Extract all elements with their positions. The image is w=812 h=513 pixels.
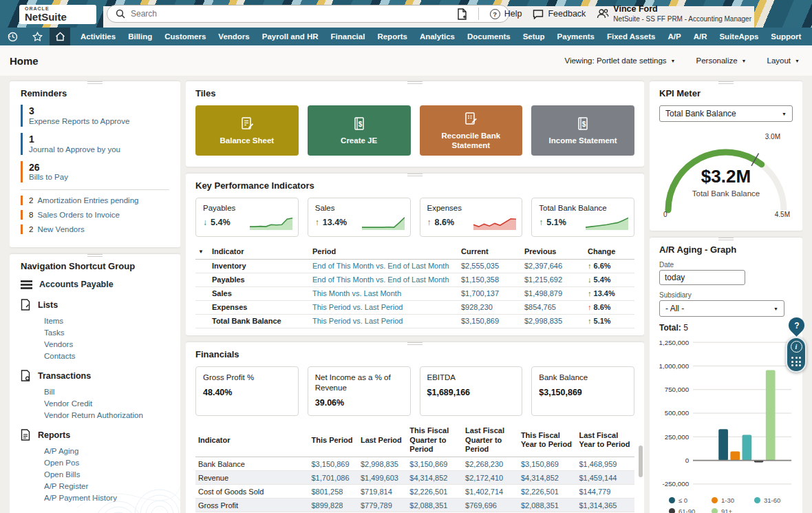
tile-income-statement[interactable]: $ Income Statement: [531, 105, 634, 156]
link-ap-payment-history[interactable]: A/P Payment History: [21, 492, 169, 503]
reminder-label[interactable]: Expense Reports to Approve: [29, 117, 169, 125]
table-row[interactable]: Bank Balance$3,150,869$2,998,835$3,150,8…: [195, 457, 634, 471]
nav-item-vendors[interactable]: Vendors: [212, 32, 255, 41]
viewing-portlet-date-settings[interactable]: Viewing: Portlet date settings ▼: [564, 56, 675, 65]
section-transactions[interactable]: Transactions: [21, 370, 169, 381]
column-header[interactable]: Last Fiscal Quarter to Period: [462, 424, 518, 457]
nav-item-billing[interactable]: Billing: [122, 32, 158, 41]
column-header[interactable]: Previous: [522, 245, 585, 259]
recent-records-button[interactable]: [0, 28, 25, 45]
nav-item-suiteapps[interactable]: SuiteApps: [713, 32, 765, 41]
financial-card-bank-balance[interactable]: Bank Balance $3,150,869: [531, 366, 634, 416]
link-items[interactable]: Items: [21, 315, 169, 326]
help-bubble-button[interactable]: ?: [785, 314, 808, 337]
nav-item-payroll-hr[interactable]: Payroll and HR: [256, 32, 325, 41]
feedback-button[interactable]: Feedback: [533, 9, 586, 19]
column-header[interactable]: Period: [310, 245, 458, 259]
nav-item-reports[interactable]: Reports: [371, 32, 413, 41]
reminder-journal-approve[interactable]: 1 Journal to Approve by you: [21, 133, 169, 155]
apps-grid-icon[interactable]: [791, 357, 801, 366]
global-search[interactable]: [107, 5, 509, 23]
date-input[interactable]: [659, 270, 745, 285]
link-bill[interactable]: Bill: [21, 386, 169, 397]
table-row[interactable]: Gross Profit$899,828$779,789$2,088,351$7…: [195, 499, 634, 512]
info-icon[interactable]: i: [791, 341, 802, 353]
financial-card-ebitda[interactable]: EBITDA $1,689,166: [420, 366, 523, 416]
subsidiary-select[interactable]: - All - ▼: [659, 300, 784, 317]
reminder-bills-to-pay[interactable]: 26 Bills to Pay: [21, 161, 169, 183]
layout-menu[interactable]: Layout ▼: [767, 56, 800, 65]
financial-card-gross-profit-pct[interactable]: Gross Profit % 48.40%: [195, 366, 299, 416]
tile-create-je[interactable]: $ Create JE: [308, 105, 411, 156]
table-scrollbar[interactable]: [639, 446, 643, 477]
column-header[interactable]: Current: [458, 245, 522, 259]
kpi-card-expenses[interactable]: Expenses ↑8.6%: [420, 198, 523, 237]
link-ap-register[interactable]: A/P Register: [21, 480, 169, 492]
accounts-payable-group[interactable]: Accounts Payable: [21, 280, 169, 289]
kpi-meter-select[interactable]: Total Bank Balance ▼: [659, 105, 793, 122]
nav-item-payments[interactable]: Payments: [551, 32, 601, 41]
search-input[interactable]: [131, 9, 500, 19]
link-vendor-return-auth[interactable]: Vendor Return Authorization: [21, 409, 169, 421]
column-header[interactable]: Indicator: [209, 245, 310, 259]
ar-aging-bar-chart[interactable]: 1,250,0001,000,000750,000500,000250,0000…: [659, 335, 794, 492]
column-header[interactable]: This Fiscal Quarter to Period: [407, 424, 462, 457]
nav-item-documents[interactable]: Documents: [461, 32, 517, 41]
column-header[interactable]: Last Fiscal Year to Period: [576, 424, 634, 457]
table-row[interactable]: SalesThis Month vs. Last Month$1,700,137…: [195, 286, 634, 300]
reminder-label[interactable]: Bills to Pay: [29, 173, 169, 181]
column-header[interactable]: Change: [585, 245, 634, 259]
kpi-card-sales[interactable]: Sales ↑13.4%: [308, 198, 411, 237]
reminder-label[interactable]: Sales Orders to Invoice: [37, 211, 120, 219]
table-row[interactable]: Cost of Goods Sold$801,258$719,814$2,226…: [195, 485, 634, 499]
reminder-new-vendors[interactable]: 2New Vendors: [21, 224, 169, 234]
link-vendor-credit[interactable]: Vendor Credit: [21, 397, 169, 409]
nav-item-setup[interactable]: Setup: [517, 32, 551, 41]
table-row[interactable]: Total Bank BalanceThis Period vs. Last P…: [195, 314, 634, 328]
shortcuts-star-button[interactable]: [25, 28, 50, 45]
link-open-bills[interactable]: Open Bills: [21, 468, 169, 480]
reminder-label[interactable]: New Vendors: [37, 225, 84, 233]
reminder-label[interactable]: Journal to Approve by you: [29, 145, 169, 154]
nav-item-ar[interactable]: A/R: [687, 32, 714, 41]
link-tasks[interactable]: Tasks: [21, 326, 169, 338]
kpi-card-payables[interactable]: Payables ↓5.4%: [195, 198, 299, 237]
reminder-amortization-entries[interactable]: 2Amortization Entries pending: [21, 196, 169, 205]
table-row[interactable]: InventoryEnd of This Month vs. End of La…: [195, 259, 634, 273]
link-ap-aging[interactable]: A/P Aging: [21, 445, 169, 457]
user-menu[interactable]: Vince Ford NetSuite - SS FF PRM - Accoun…: [597, 4, 751, 23]
table-row[interactable]: Revenue$1,701,086$1,499,603$4,314,852$2,…: [195, 471, 634, 485]
column-header[interactable]: This Fiscal Year to Period: [518, 424, 577, 457]
section-reports[interactable]: Reports: [21, 429, 169, 441]
table-row[interactable]: ExpensesThis Period vs. Last Period$928,…: [195, 300, 634, 314]
nav-item-ap[interactable]: A/P: [661, 32, 687, 41]
column-header[interactable]: This Period: [308, 424, 357, 457]
table-row[interactable]: PayablesEnd of This Month vs. End of Las…: [195, 273, 634, 286]
link-contacts[interactable]: Contacts: [21, 350, 169, 362]
divider: [21, 189, 169, 190]
link-vendors[interactable]: Vendors: [21, 338, 169, 350]
help-button[interactable]: ? Help: [490, 9, 522, 19]
new-document-button[interactable]: [457, 8, 467, 20]
nav-item-financial[interactable]: Financial: [325, 32, 372, 41]
financial-card-net-income-pct[interactable]: Net Income as a % of Revenue 39.06%: [308, 366, 411, 416]
kpi-card-total-bank-balance[interactable]: Total Bank Balance ↑5.1%: [531, 198, 634, 237]
home-tab[interactable]: [50, 28, 70, 45]
section-lists[interactable]: Lists: [21, 299, 169, 311]
reminder-sales-orders[interactable]: 8Sales Orders to Invoice: [21, 210, 169, 220]
nav-item-fixed-assets[interactable]: Fixed Assets: [601, 32, 662, 41]
nav-item-support[interactable]: Support: [765, 32, 807, 41]
reminder-expense-reports[interactable]: 3 Expense Reports to Approve: [21, 105, 169, 127]
table-filter-caret[interactable]: ▼: [195, 245, 209, 259]
personalize-menu[interactable]: Personalize ▼: [696, 56, 747, 65]
tile-balance-sheet[interactable]: Balance Sheet: [195, 105, 299, 156]
column-header[interactable]: Last Period: [358, 424, 407, 457]
netsuite-logo[interactable]: ORACLE NetSuite: [19, 5, 96, 24]
tile-reconcile-bank-statement[interactable]: Reconcile Bank Statement: [420, 105, 523, 156]
nav-item-customers[interactable]: Customers: [158, 32, 212, 41]
column-header[interactable]: Indicator: [195, 424, 308, 457]
nav-item-analytics[interactable]: Analytics: [414, 32, 461, 41]
reminder-label[interactable]: Amortization Entries pending: [37, 196, 138, 205]
link-open-pos[interactable]: Open Pos: [21, 457, 169, 468]
nav-item-activities[interactable]: Activities: [74, 32, 122, 41]
